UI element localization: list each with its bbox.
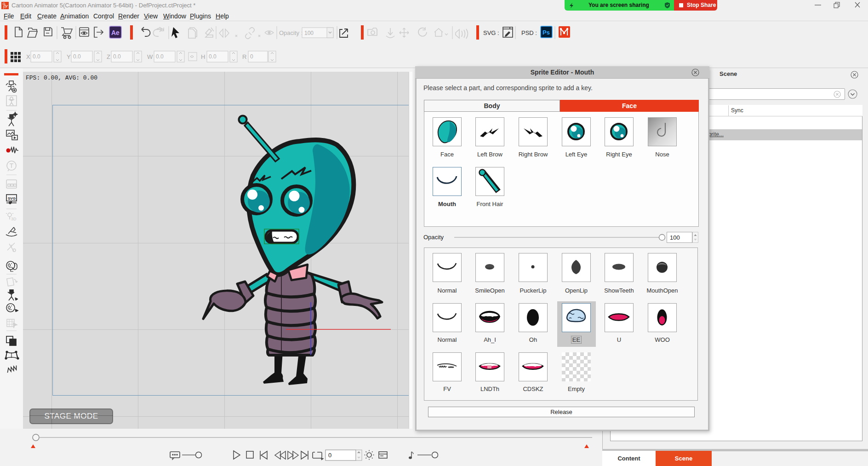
svg-text:0.0: 0.0 bbox=[156, 53, 164, 60]
svg-text:0.0: 0.0 bbox=[73, 53, 81, 60]
svg-text:3D: 3D bbox=[11, 217, 17, 221]
svg-text:X: X bbox=[26, 53, 30, 60]
svg-text:Z: Z bbox=[107, 53, 110, 60]
svg-text:R: R bbox=[242, 53, 246, 60]
svg-text:Y: Y bbox=[67, 53, 71, 60]
svg-text:SVG: SVG bbox=[8, 196, 16, 201]
svg-text:0.0: 0.0 bbox=[209, 53, 217, 60]
svg-text:0: 0 bbox=[250, 53, 253, 60]
svg-text:W: W bbox=[147, 53, 153, 60]
svg-text:0.0: 0.0 bbox=[113, 53, 121, 60]
svg-text:H: H bbox=[201, 53, 205, 60]
svg-text:0.0: 0.0 bbox=[33, 53, 40, 60]
svg-text:0: 0 bbox=[328, 452, 331, 459]
